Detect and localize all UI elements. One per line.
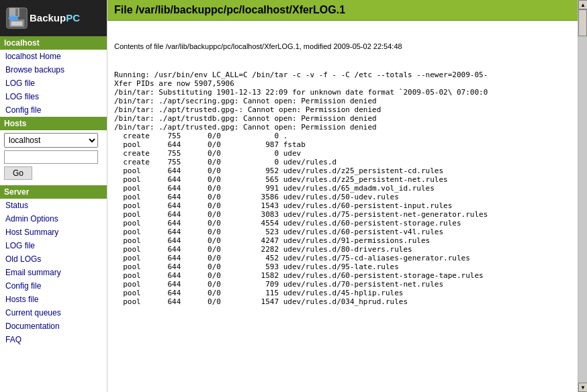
scrollbar-thumb[interactable] — [578, 9, 587, 36]
scrollbar-up-button[interactable]: ▲ — [578, 0, 587, 9]
file-line: pool 644 0/0 523 udev/rules.d/60-persist… — [114, 228, 571, 236]
sidebar-item-config-file-localhost[interactable]: Config file — [0, 103, 107, 117]
host-search-input[interactable] — [4, 150, 98, 164]
file-line: Running: /usr/bin/env LC_ALL=C /bin/tar … — [114, 70, 571, 79]
sidebar-item-hosts-file[interactable]: Hosts file — [0, 293, 107, 306]
file-line: pool 644 0/0 4554 udev/rules.d/60-persis… — [114, 219, 571, 228]
file-line: pool 644 0/0 991 udev/rules.d/65_mdadm.v… — [114, 184, 571, 193]
server-section-header: Server — [0, 185, 107, 199]
file-line: pool 644 0/0 952 udev/rules.d/z25_persis… — [114, 166, 571, 175]
scrollbar-track[interactable] — [578, 9, 587, 383]
sidebar-item-log-file-localhost[interactable]: LOG file — [0, 77, 107, 90]
main-panel: File /var/lib/backuppc/pc/localhost/Xfer… — [107, 0, 578, 392]
sidebar-item-localhost-home[interactable]: localhost Home — [0, 50, 107, 63]
file-line: pool 644 0/0 987 fstab — [114, 140, 571, 149]
logo-bar: BackupPC — [0, 0, 107, 36]
file-line: create 755 0/0 0 udev — [114, 149, 571, 158]
file-line: pool 644 0/0 452 udev/rules.d/75-cd-alia… — [114, 254, 571, 262]
sidebar-item-browse-backups[interactable]: Browse backups — [0, 63, 107, 77]
file-line: pool 644 0/0 3083 udev/rules.d/75-persis… — [114, 210, 571, 219]
localhost-section-header: localhost — [0, 36, 107, 50]
logo-text: BackupPC — [30, 12, 80, 24]
file-line: pool 644 0/0 3586 udev/rules.d/50-udev.r… — [114, 193, 571, 201]
logo-icon — [4, 5, 30, 31]
sidebar-item-log-file-server[interactable]: LOG file — [0, 239, 107, 252]
file-content-area[interactable]: Contents of file /var/lib/backuppc/pc/lo… — [107, 21, 578, 392]
file-line: Xfer PIDs are now 5907,5906 — [114, 79, 571, 88]
file-subtitle: Contents of file /var/lib/backuppc/pc/lo… — [114, 42, 571, 50]
file-line: /bin/tar: Substituting 1901-12-13 22:09 … — [114, 88, 571, 97]
file-line: /bin/tar: ./apt/trusted.gpg-: Cannot ope… — [114, 105, 571, 114]
scrollbar-down-button[interactable]: ▼ — [578, 383, 587, 392]
sidebar-item-email-summary[interactable]: Email summary — [0, 266, 107, 279]
file-line: pool 644 0/0 115 udev/rules.d/45-hplip.r… — [114, 289, 571, 297]
page-title: File /var/lib/backuppc/pc/localhost/Xfer… — [107, 0, 578, 21]
file-line: /bin/tar: ./apt/trusted.gpg: Cannot open… — [114, 123, 571, 132]
host-select[interactable]: localhost — [4, 133, 98, 148]
file-line: pool 644 0/0 593 udev/rules.d/95-late.ru… — [114, 262, 571, 271]
sidebar-item-current-queues[interactable]: Current queues — [0, 306, 107, 320]
sidebar-item-host-summary[interactable]: Host Summary — [0, 226, 107, 239]
file-line: create 755 0/0 0 . — [114, 132, 571, 140]
sidebar-item-status[interactable]: Status — [0, 199, 107, 212]
scrollbar-right[interactable]: ▲ ▼ — [578, 0, 587, 392]
sidebar-item-log-files[interactable]: LOG files — [0, 90, 107, 103]
file-line: pool 644 0/0 1543 udev/rules.d/60-persis… — [114, 201, 571, 210]
sidebar-item-faq[interactable]: FAQ — [0, 333, 107, 346]
file-line: pool 644 0/0 1582 udev/rules.d/60-persis… — [114, 271, 571, 280]
hosts-controls: localhost Go — [0, 130, 107, 183]
file-line: pool 644 0/0 1547 udev/rules.d/034_hprud… — [114, 297, 571, 306]
file-line: pool 644 0/0 2282 udev/rules.d/80-driver… — [114, 245, 571, 254]
go-button[interactable]: Go — [4, 166, 32, 180]
sidebar-item-config-file-server[interactable]: Config file — [0, 279, 107, 293]
file-line: pool 644 0/0 709 udev/rules.d/70-persist… — [114, 280, 571, 289]
svg-rect-2 — [15, 9, 18, 16]
file-line: /bin/tar: ./apt/secring.gpg: Cannot open… — [114, 97, 571, 105]
sidebar: BackupPC localhost localhost Home Browse… — [0, 0, 107, 392]
hosts-section-header: Hosts — [0, 117, 107, 130]
sidebar-item-admin-options[interactable]: Admin Options — [0, 212, 107, 226]
app-wrapper: BackupPC localhost localhost Home Browse… — [0, 0, 587, 392]
sidebar-item-documentation[interactable]: Documentation — [0, 320, 107, 333]
file-line: pool 644 0/0 4247 udev/rules.d/91-permis… — [114, 236, 571, 245]
file-line: create 755 0/0 0 udev/rules.d — [114, 158, 571, 166]
sidebar-item-old-logs[interactable]: Old LOGs — [0, 252, 107, 266]
file-line: pool 644 0/0 565 udev/rules.d/z25_persis… — [114, 175, 571, 184]
file-lines: Running: /usr/bin/env LC_ALL=C /bin/tar … — [114, 70, 571, 306]
file-line: /bin/tar: ./apt/trustdb.gpg: Cannot open… — [114, 114, 571, 123]
svg-rect-4 — [11, 21, 22, 26]
